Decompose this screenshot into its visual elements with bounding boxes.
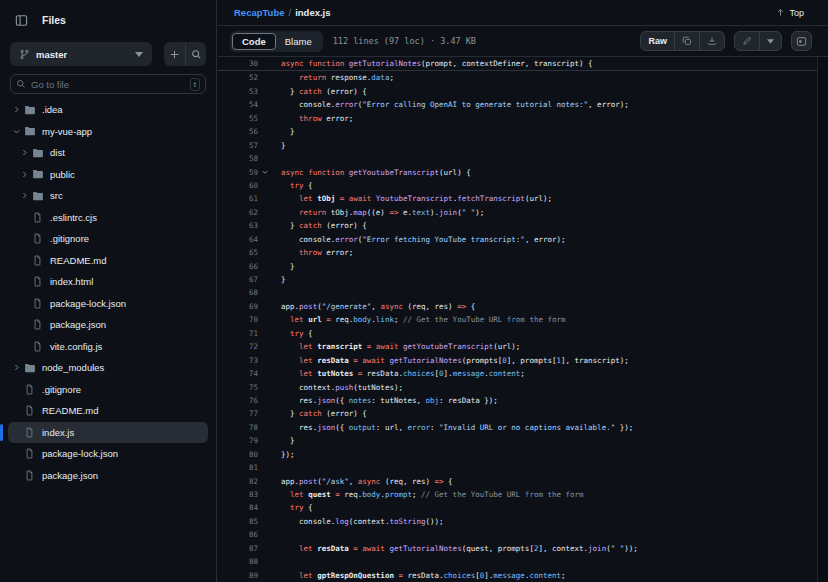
add-file-button[interactable]	[164, 42, 185, 66]
breadcrumb-repo-link[interactable]: RecapTube	[234, 7, 285, 18]
line-number[interactable]: 74	[218, 367, 258, 380]
code-line: 57 }	[218, 139, 817, 152]
tree-item-dist[interactable]: dist	[8, 142, 208, 164]
line-number[interactable]: 61	[218, 192, 258, 205]
search-icon	[191, 49, 202, 60]
line-number[interactable]: 54	[218, 98, 258, 111]
tree-item-.eslintrc.cjs[interactable]: .eslintrc.cjs	[8, 207, 208, 229]
chevron-right-icon	[18, 170, 31, 179]
copy-raw-button[interactable]	[674, 32, 699, 50]
edit-dropdown-button[interactable]	[759, 32, 781, 50]
line-number[interactable]: 59	[218, 166, 258, 179]
code-line: 89 let gptRespOnQuestion = resData.choic…	[218, 569, 817, 582]
line-number[interactable]: 56	[218, 125, 258, 138]
tree-item-.gitignore[interactable]: .gitignore	[8, 228, 208, 250]
line-number[interactable]: 87	[218, 542, 258, 555]
collapse-file-tree-button[interactable]	[10, 9, 32, 31]
line-number[interactable]: 84	[218, 501, 258, 514]
sticky-code-line-content: 30 async function getTutorialNotes(promp…	[218, 57, 817, 70]
line-number[interactable]: 78	[218, 421, 258, 434]
search-icon	[16, 79, 26, 89]
sidebar-header: Files	[0, 0, 216, 35]
sidebar-actions	[164, 42, 206, 66]
fold-chevron-icon[interactable]	[261, 168, 269, 176]
line-number[interactable]: 62	[218, 206, 258, 219]
tree-item-node_modules[interactable]: node_modules	[8, 357, 208, 379]
code-line: 72 let transcript = await getYoutubeTran…	[218, 340, 817, 353]
tree-item-src[interactable]: src	[8, 185, 208, 207]
folder-icon	[23, 125, 36, 137]
line-number[interactable]: 73	[218, 354, 258, 367]
line-number[interactable]: 67	[218, 273, 258, 286]
code-line-content: return tObj.map((e) => e.text).join(" ")…	[272, 206, 817, 219]
go-to-file-input[interactable]: Go to file t	[10, 74, 206, 94]
line-number[interactable]: 86	[218, 528, 258, 541]
line-number[interactable]: 66	[218, 260, 258, 273]
tree-item-README.md[interactable]: README.md	[8, 250, 208, 272]
search-repo-button[interactable]	[185, 42, 206, 66]
line-number[interactable]: 82	[218, 475, 258, 488]
tab-blame[interactable]: Blame	[276, 34, 321, 49]
line-number[interactable]: 58	[218, 152, 258, 165]
line-number[interactable]: 88	[218, 555, 258, 568]
tree-item-vite.config.js[interactable]: vite.config.js	[8, 336, 208, 358]
tree-item-README.md[interactable]: README.md	[8, 400, 208, 422]
download-raw-button[interactable]	[699, 32, 724, 50]
line-number[interactable]: 55	[218, 112, 258, 125]
line-number[interactable]: 30	[218, 57, 258, 70]
code-line: 88	[218, 555, 817, 568]
line-number[interactable]: 68	[218, 286, 258, 299]
edit-button-group	[734, 31, 782, 51]
code-line-content: let url = req.body.link; // Get the YouT…	[272, 313, 817, 326]
code-line-content: let tutNotes = resData.choices[0].messag…	[272, 367, 817, 380]
line-number[interactable]: 77	[218, 407, 258, 420]
symbols-panel-button[interactable]	[791, 31, 812, 51]
line-number[interactable]: 85	[218, 515, 258, 528]
line-number[interactable]: 70	[218, 313, 258, 326]
back-to-top-button[interactable]: Top	[776, 8, 804, 18]
line-number[interactable]: 60	[218, 179, 258, 192]
file-tree: .ideamy-vue-appdistpublicsrc.eslintrc.cj…	[0, 96, 216, 486]
tree-item-.gitignore[interactable]: .gitignore	[8, 379, 208, 401]
chevron-down-icon	[10, 127, 23, 136]
tree-item-my-vue-app[interactable]: my-vue-app	[8, 121, 208, 143]
line-number[interactable]: 81	[218, 461, 258, 474]
line-number[interactable]: 80	[218, 448, 258, 461]
branch-selector-button[interactable]: master	[10, 42, 152, 66]
line-number[interactable]: 65	[218, 246, 258, 259]
tree-item-public[interactable]: public	[8, 164, 208, 186]
line-number[interactable]: 57	[218, 139, 258, 152]
tree-item-package.json[interactable]: package.json	[8, 314, 208, 336]
line-number[interactable]: 83	[218, 488, 258, 501]
line-number[interactable]: 69	[218, 300, 258, 313]
edit-file-button[interactable]	[735, 32, 759, 50]
line-number[interactable]: 63	[218, 219, 258, 232]
vertical-scrollbar-track[interactable]	[817, 57, 828, 582]
tab-code[interactable]: Code	[232, 33, 276, 50]
line-number[interactable]: 53	[218, 85, 258, 98]
line-number[interactable]: 71	[218, 327, 258, 340]
line-number[interactable]: 76	[218, 394, 258, 407]
line-number[interactable]: 79	[218, 434, 258, 447]
tree-item-package.json[interactable]: package.json	[8, 465, 208, 487]
code-line-content: });	[272, 448, 817, 461]
tree-item-index.js[interactable]: index.js	[8, 422, 208, 444]
line-number[interactable]: 89	[218, 569, 258, 582]
tree-item-.idea[interactable]: .idea	[8, 99, 208, 121]
line-number[interactable]: 75	[218, 381, 258, 394]
file-meta: 112 lines (97 loc) · 3.47 KB	[333, 36, 476, 46]
breadcrumb-file-name: index.js	[295, 7, 330, 18]
sidebar-title: Files	[42, 14, 66, 26]
code-line-content: async function getYoutubeTranscript(url)…	[272, 166, 817, 179]
raw-button[interactable]: Raw	[641, 32, 674, 50]
tree-item-package-lock.json[interactable]: package-lock.json	[8, 443, 208, 465]
tree-item-package-lock.json[interactable]: package-lock.json	[8, 293, 208, 315]
line-number[interactable]: 72	[218, 340, 258, 353]
code-line-content: }	[272, 139, 817, 152]
tree-item-index.html[interactable]: index.html	[8, 271, 208, 293]
line-number[interactable]: 52	[218, 71, 258, 84]
line-number[interactable]: 64	[218, 233, 258, 246]
chevron-down-icon	[135, 52, 143, 57]
branch-name: master	[36, 49, 129, 60]
code-line: 85 console.log(context.toString());	[218, 515, 817, 528]
